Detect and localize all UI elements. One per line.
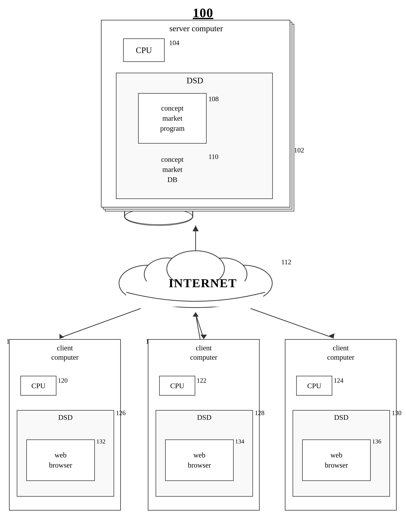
svg-line-9 (251, 309, 332, 337)
server-main: server computer CPU DSD conceptmarketpro… (101, 20, 290, 207)
ref-108: 108 (208, 95, 219, 103)
dsd-server: DSD conceptmarketprogram conceptmarketDB… (116, 73, 273, 199)
ref-110: 110 (208, 153, 218, 161)
ref-122: 122 (197, 377, 206, 384)
diagram-container: 100 server computer CPU DSD conceptmarke… (0, 0, 406, 532)
ref-130: 130 (392, 409, 401, 417)
svg-marker-1 (193, 260, 199, 265)
client-right: clientcomputer CPU 124 DSD webbrowser 13… (285, 339, 397, 510)
dsd-mid-label: DSD (156, 413, 252, 421)
ref-124: 124 (334, 377, 343, 384)
svg-marker-2 (193, 226, 199, 231)
wb-left: webbrowser (26, 439, 95, 481)
cpu-mid: CPU (159, 376, 195, 396)
cpu-left: CPU (20, 376, 56, 396)
internet-label: INTERNET (126, 276, 279, 290)
client-right-label: clientcomputer (285, 343, 396, 362)
ref-132: 132 (96, 438, 105, 445)
dsd-right-label: DSD (293, 413, 389, 421)
svg-line-7 (196, 314, 200, 339)
dsd-left: DSD webbrowser 132 (17, 410, 114, 497)
main-title: 100 (193, 5, 213, 20)
client-left-label: clientcomputer (10, 343, 120, 362)
ref-126: 126 (116, 409, 126, 417)
ref-102: 102 (294, 146, 304, 154)
server-label: server computer (102, 24, 291, 33)
wb-right: webbrowser (302, 439, 371, 481)
dsd-server-label: DSD (116, 76, 273, 85)
cmp-box: conceptmarketprogram (138, 93, 207, 144)
ref-134: 134 (235, 438, 244, 445)
ref-120: 120 (58, 377, 68, 384)
dsd-left-label: DSD (17, 413, 114, 421)
db-label: conceptmarketDB (141, 155, 204, 185)
dsd-right: DSD webbrowser 136 (293, 410, 390, 497)
cpu-right: CPU (296, 376, 332, 396)
server-outer: server computer CPU DSD conceptmarketpro… (101, 20, 305, 224)
dsd-mid: DSD webbrowser 134 (156, 410, 253, 497)
svg-marker-10 (329, 333, 334, 339)
svg-marker-4 (59, 334, 64, 339)
ref-112: 112 (281, 258, 291, 266)
svg-marker-6 (201, 335, 207, 339)
ref-136: 136 (372, 438, 381, 445)
cpu-server: CPU (123, 38, 165, 62)
client-mid: clientcomputer CPU 122 DSD webbrowser 13… (148, 339, 260, 510)
cmp-label: conceptmarketprogram (160, 103, 185, 133)
svg-line-3 (61, 309, 141, 337)
ref-104: 104 (169, 39, 179, 47)
client-left: clientcomputer CPU 120 DSD webbrowser 13… (9, 339, 121, 510)
ref-128: 128 (255, 409, 264, 417)
svg-marker-8 (193, 312, 199, 317)
svg-line-5 (196, 314, 204, 339)
wb-mid: webbrowser (165, 439, 234, 481)
client-mid-label: clientcomputer (148, 343, 259, 362)
